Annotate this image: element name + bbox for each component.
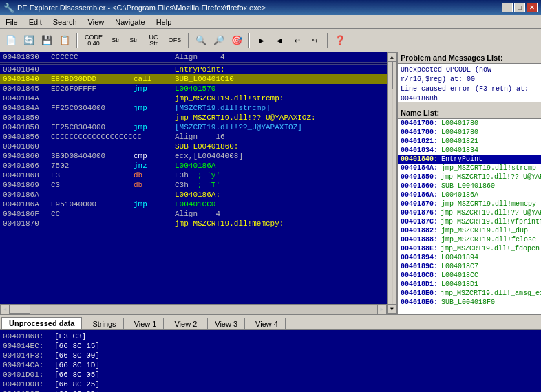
name-list-item[interactable]: 0040186A: L0040186A xyxy=(398,190,541,199)
disassembly-panel[interactable]: 00401830 CCCCCC Align 4 00401840 EntryPo… xyxy=(0,52,387,314)
scroll-track-vert[interactable] xyxy=(392,62,393,304)
disasm-line[interactable]: 0040186A E951040000 jmp L00401CC0 xyxy=(0,199,387,209)
menu-file[interactable]: File xyxy=(0,17,23,28)
nl-name: L004018C7 xyxy=(441,263,478,270)
tab-strings[interactable]: Strings xyxy=(85,318,123,329)
tab-view4[interactable]: View 4 xyxy=(248,318,286,329)
name-list-item[interactable]: 00401821: L00401821 xyxy=(398,137,541,146)
nl-name: L00401780 xyxy=(441,120,478,127)
disassembly-scroll[interactable]: 00401830 CCCCCC Align 4 00401840 EntryPo… xyxy=(0,52,387,304)
problem-message-2: Line caused error (F3 retn) at: 00401868… xyxy=(401,85,538,102)
name-list-item[interactable]: 004018E0: jmp_MSZCRT19.dll!_amsg_exit xyxy=(398,289,541,298)
maximize-button[interactable]: □ xyxy=(514,3,525,12)
name-list-content[interactable]: 00401780: L00401780 00401780: L00401780 … xyxy=(398,119,541,314)
scroll-right-button[interactable]: ▶ xyxy=(377,305,387,314)
name-list-item[interactable]: 004018D1: L004018D1 xyxy=(398,280,541,289)
disasm-operand: jmp_MSZCRT19.dll!strcmp: xyxy=(175,94,384,102)
tab-view3[interactable]: View 3 xyxy=(207,318,245,329)
tabs-bar: Unprocessed data Strings View 1 View 2 V… xyxy=(0,315,541,330)
toolbar-save-button[interactable]: 💾 xyxy=(39,32,55,49)
tab-view1[interactable]: View 1 xyxy=(127,318,165,329)
toolbar-forward-button[interactable]: ▶ xyxy=(253,32,270,49)
toolbar-copy-button[interactable]: 📋 xyxy=(56,32,73,49)
name-list-item[interactable]: 00401882: jmp_MSZCRT19.dll!_dup xyxy=(398,226,541,235)
disasm-bytes: 7502 xyxy=(51,162,134,170)
toolbar-ucstr-button[interactable]: UCStr xyxy=(143,32,164,49)
disasm-bytes: FF25C8304000 xyxy=(51,123,134,131)
nl-name: jmp_MSZCRT19.dll!_amsg_exit xyxy=(441,290,541,297)
name-list-item-selected[interactable]: 00401840: EntryPoint xyxy=(398,155,541,164)
scroll-track[interactable] xyxy=(10,305,377,314)
nl-addr: 0040186A: xyxy=(401,191,438,199)
nl-name: jmp_MSZCRT19.dll!_fdopen xyxy=(441,245,540,252)
nl-addr: 00401882: xyxy=(401,227,438,235)
toolbar-back-button[interactable]: ◀ xyxy=(271,32,288,49)
toolbar-ofs-button[interactable]: OFS xyxy=(165,32,184,49)
scroll-thumb-vert[interactable] xyxy=(392,62,393,89)
toolbar-str2-button[interactable]: Str xyxy=(125,32,142,49)
disasm-addr: 00401870 xyxy=(3,219,51,228)
name-list-item[interactable]: 0040189C: L004018C7 xyxy=(398,262,541,271)
name-list-item[interactable]: 004018E6: SUB_L004018F0 xyxy=(398,298,541,307)
toolbar-target-button[interactable]: 🎯 xyxy=(229,32,245,49)
disasm-line[interactable]: 00401869 C3 db C3h ; 'T' xyxy=(0,180,387,190)
name-list-item[interactable]: 0040184A: jmp_MSZCRT19.dll!strcmp xyxy=(398,164,541,173)
disasm-line[interactable]: 00401850 FF25C8304000 jmp [MSZCRT19.dll!… xyxy=(0,122,387,132)
hex-addr: 004014CA: xyxy=(3,361,54,369)
name-list-item[interactable]: 004018C8: L004018CC xyxy=(398,271,541,280)
toolbar-refresh-button[interactable]: 🔄 xyxy=(21,32,37,49)
nl-addr: 004018D1: xyxy=(401,281,438,288)
toolbar-redo-button[interactable]: ↪ xyxy=(307,32,323,49)
scroll-thumb[interactable] xyxy=(10,305,30,314)
menu-help[interactable]: Help xyxy=(151,17,178,28)
toolbar-code-button[interactable]: CODE0:40 xyxy=(81,32,106,49)
name-list-item[interactable]: 00401894: L00401894 xyxy=(398,253,541,262)
toolbar-str-button[interactable]: Str xyxy=(107,32,124,49)
disasm-addr: 00401845 xyxy=(3,85,51,93)
scroll-up-button[interactable]: ▲ xyxy=(388,52,397,62)
name-list-item[interactable]: 00401876: jmp_MSZCRT19.dll!??_U@YAPAX xyxy=(398,208,541,217)
nl-name: SUB_L00401860 xyxy=(441,182,495,190)
name-list-item[interactable]: 0040187C: jmp_MSZCRT19.dll!vfprintf xyxy=(398,217,541,226)
name-list-item[interactable]: 00401834: L00401834 xyxy=(398,146,541,155)
nl-addr: 00401870: xyxy=(401,200,438,208)
menu-search[interactable]: Search xyxy=(47,17,83,28)
toolbar-help-button[interactable]: ❓ xyxy=(332,32,348,49)
tab-view2[interactable]: View 2 xyxy=(167,318,204,329)
horizontal-scrollbar[interactable]: ◀ ▶ xyxy=(0,304,387,314)
disasm-line[interactable]: 00401868 F3 db F3h ; 'y' xyxy=(0,171,387,180)
scroll-left-button[interactable]: ◀ xyxy=(0,305,10,314)
hex-addr: 00401D01: xyxy=(3,371,54,379)
disasm-selected-line[interactable]: 00401840 E8CBD30DDD call SUB_L00401C10 xyxy=(0,74,387,84)
name-list-item[interactable]: 00401860: SUB_L00401860 xyxy=(398,182,541,190)
toolbar-search-button[interactable]: 🔍 xyxy=(193,32,209,49)
minimize-button[interactable]: _ xyxy=(502,3,513,12)
name-list-item[interactable]: 0040188E: jmp_MSZCRT19.dll!_fdopen xyxy=(398,244,541,253)
toolbar-separator-3 xyxy=(248,33,250,48)
menu-edit[interactable]: Edit xyxy=(23,17,47,28)
disasm-vertical-scrollbar[interactable]: ▲ ▼ xyxy=(387,52,396,314)
menu-view[interactable]: View xyxy=(83,17,110,28)
name-list-item[interactable]: 00401850: jmp_MSZCRT19.dll!??_U@YAPAX xyxy=(398,173,541,182)
name-list-item[interactable]: 00401780: L00401780 xyxy=(398,119,541,128)
tab-unprocessed[interactable]: Unprocessed data xyxy=(1,317,82,329)
toolbar-new-button[interactable]: 📄 xyxy=(3,32,19,49)
toolbar-undo-button[interactable]: ↩ xyxy=(289,32,306,49)
toolbar-search2-button[interactable]: 🔎 xyxy=(211,32,227,49)
app-icon: 🔧 xyxy=(3,3,14,13)
menu-navigate[interactable]: Navigate xyxy=(109,17,150,28)
close-button[interactable]: ✕ xyxy=(527,3,538,12)
disasm-bytes: C3 xyxy=(51,181,134,189)
disasm-line[interactable]: 00401866 7502 jnz L0040186A xyxy=(0,161,387,171)
nl-name: EntryPoint xyxy=(441,155,482,163)
disasm-line[interactable]: 0040184A FF25C0304000 jmp [MSZCRT19.dll!… xyxy=(0,103,387,113)
disasm-addr: 0040186F xyxy=(3,210,51,218)
main-content: 00401830 CCCCCC Align 4 00401840 EntryPo… xyxy=(0,52,541,314)
scroll-down-button[interactable]: ▼ xyxy=(388,304,397,314)
disasm-line[interactable]: 00401845 E926F0FFFF jmp L00401570 xyxy=(0,84,387,94)
bottom-content[interactable]: 00401868: [F3 C3] 004014EC: [66 8C 15] 0… xyxy=(0,330,541,392)
name-list-item[interactable]: 00401870: jmp_MSZCRT19.dll!memcpy xyxy=(398,199,541,208)
name-list-item[interactable]: 00401888: jmp_MSZCRT19.dll!fclose xyxy=(398,235,541,244)
name-list-item[interactable]: 00401780: L00401780 xyxy=(398,128,541,137)
disasm-line[interactable]: 00401860 3B0D08404000 cmp ecx,[L00404008… xyxy=(0,151,387,161)
